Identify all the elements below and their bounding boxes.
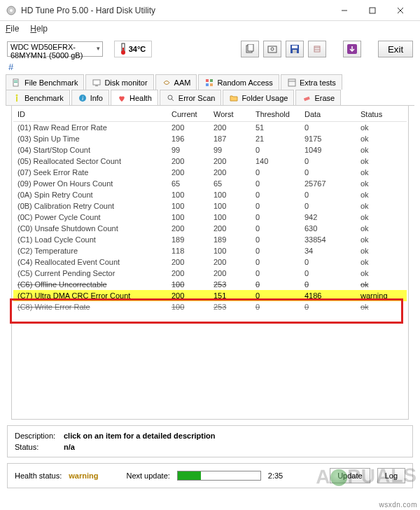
window-title: HD Tune Pro 5.00 - Hard Disk Utility — [21, 6, 330, 15]
titlebar: HD Tune Pro 5.00 - Hard Disk Utility — [0, 0, 420, 21]
svg-rect-11 — [268, 46, 276, 53]
table-row[interactable]: (09) Power On Hours Count6565025767ok — [13, 178, 407, 189]
settings-button[interactable] — [308, 41, 326, 57]
tab-file-benchmark[interactable]: File Benchmark — [6, 74, 84, 90]
svg-rect-29 — [288, 79, 295, 86]
app-icon — [6, 5, 17, 16]
header-current[interactable]: Current — [167, 107, 209, 122]
description-box: Description: click on an item for a deta… — [7, 425, 413, 457]
table-row[interactable]: (05) Reallocated Sector Count2002001400o… — [13, 156, 407, 167]
tab-health[interactable]: Health — [111, 90, 158, 105]
minimize-button[interactable] — [330, 1, 358, 20]
refresh-button[interactable] — [343, 41, 361, 57]
toolbar: WDC WD50EFRX-68MYMN1 (5000 gB) ▾ 34°C Ex… — [0, 36, 420, 62]
tab-aam[interactable]: AAM — [155, 74, 197, 90]
svg-rect-22 — [14, 82, 18, 83]
svg-rect-16 — [314, 46, 320, 52]
table-row[interactable]: (C4) Reallocated Event Count20020000ok — [13, 256, 407, 268]
site-label: wsxdn.com — [379, 501, 417, 509]
svg-point-31 — [16, 94, 18, 96]
menubar: File Help — [0, 21, 420, 36]
tab-info[interactable]: i Info — [71, 90, 109, 105]
status-bar: Health status: warning Next update: 2:35… — [7, 463, 413, 488]
next-update-label: Next update: — [126, 471, 169, 480]
health-status-value: warning — [69, 471, 98, 480]
header-worst[interactable]: Worst — [209, 107, 251, 122]
header-threshold[interactable]: Threshold — [251, 107, 300, 122]
header-data[interactable]: Data — [300, 107, 356, 122]
status-value: n/a — [64, 443, 405, 451]
svg-rect-8 — [122, 48, 124, 52]
svg-rect-37 — [304, 96, 310, 100]
extra-icon — [287, 78, 297, 88]
temperature-display: 34°C — [114, 41, 153, 57]
table-row[interactable]: (0B) Calibration Retry Count10010000ok — [13, 200, 407, 212]
exit-button[interactable]: Exit — [378, 41, 413, 57]
temperature-value: 34°C — [129, 45, 146, 53]
svg-rect-10 — [248, 44, 253, 51]
tab-error-scan[interactable]: Error Scan — [160, 90, 222, 105]
save-button[interactable] — [286, 41, 304, 57]
erase-icon — [302, 93, 312, 103]
lower-panel: Description: click on an item for a deta… — [7, 425, 413, 488]
table-row[interactable]: (C7) Ultra DMA CRC Error Count2001510418… — [13, 290, 407, 301]
drive-select[interactable]: WDC WD50EFRX-68MYMN1 (5000 gB) ▾ — [7, 41, 103, 57]
menu-file[interactable]: File — [6, 24, 19, 34]
table-row[interactable]: (0C) Power Cycle Count1001000942ok — [13, 212, 407, 223]
table-row[interactable]: (C6) Offline Uncorrectable10025300ok — [13, 279, 407, 290]
tab-extra-tests[interactable]: Extra tests — [281, 74, 342, 90]
file-bench-icon — [12, 78, 22, 88]
svg-rect-27 — [206, 83, 209, 86]
monitor-icon — [92, 78, 102, 88]
smart-table: ID Current Worst Threshold Data Status (… — [13, 107, 407, 312]
table-row[interactable]: (C2) Temperature118100034ok — [13, 245, 407, 256]
menu-help[interactable]: Help — [30, 24, 48, 34]
health-icon — [117, 93, 127, 103]
update-button[interactable]: Update — [330, 468, 370, 483]
table-row[interactable]: (07) Seek Error Rate20020000ok — [13, 167, 407, 178]
description-value: click on an item for a detailed descript… — [64, 432, 405, 440]
table-row[interactable]: (C8) Write Error Rate10025300ok — [13, 301, 407, 312]
svg-point-1 — [10, 9, 13, 12]
table-row[interactable]: (C1) Load Cycle Count189189033854ok — [13, 234, 407, 245]
tab-erase[interactable]: Erase — [295, 90, 341, 105]
svg-rect-23 — [93, 80, 100, 85]
drive-name: WDC WD50EFRX-68MYMN1 (5000 gB) — [10, 43, 83, 60]
status-label: Status: — [15, 443, 64, 451]
svg-rect-15 — [293, 50, 297, 53]
svg-rect-14 — [292, 46, 298, 48]
tab-benchmark[interactable]: Benchmark — [6, 90, 70, 105]
table-row[interactable]: (C5) Current Pending Sector20020000ok — [13, 268, 407, 279]
svg-line-36 — [172, 99, 174, 101]
tab-disk-monitor[interactable]: Disk monitor — [85, 74, 153, 90]
maximize-button[interactable] — [358, 1, 386, 20]
hash-label: # — [0, 62, 420, 71]
table-header-row: ID Current Worst Threshold Data Status — [13, 107, 407, 122]
tab-random-access[interactable]: Random Access — [198, 74, 279, 90]
log-button[interactable]: Log — [377, 468, 405, 483]
header-id[interactable]: ID — [13, 107, 167, 122]
svg-rect-26 — [210, 79, 213, 82]
header-status[interactable]: Status — [356, 107, 407, 122]
health-status-label: Health status: — [15, 471, 62, 480]
table-row[interactable]: (04) Start/Stop Count999901049ok — [13, 144, 407, 156]
folder-icon — [229, 93, 239, 103]
svg-text:i: i — [82, 95, 83, 102]
health-table-container: ID Current Worst Threshold Data Status (… — [11, 106, 409, 420]
svg-rect-21 — [14, 81, 18, 81]
copy-button[interactable] — [241, 41, 259, 57]
random-icon — [204, 78, 214, 88]
svg-rect-25 — [206, 79, 209, 82]
close-button[interactable] — [386, 1, 414, 20]
chevron-down-icon: ▾ — [97, 45, 100, 52]
table-row[interactable]: (0A) Spin Retry Count10010000ok — [13, 189, 407, 200]
table-row[interactable]: (01) Raw Read Error Rate200200510ok — [13, 122, 407, 134]
svg-rect-24 — [95, 85, 98, 86]
info-icon: i — [78, 93, 88, 103]
description-label: Description: — [15, 432, 64, 440]
screenshot-button[interactable] — [263, 41, 281, 57]
benchmark-icon — [12, 93, 22, 103]
table-row[interactable]: (03) Spin Up Time196187219175ok — [13, 133, 407, 144]
tab-folder-usage[interactable]: Folder Usage — [223, 90, 294, 105]
table-row[interactable]: (C0) Unsafe Shutdown Count2002000630ok — [13, 223, 407, 234]
